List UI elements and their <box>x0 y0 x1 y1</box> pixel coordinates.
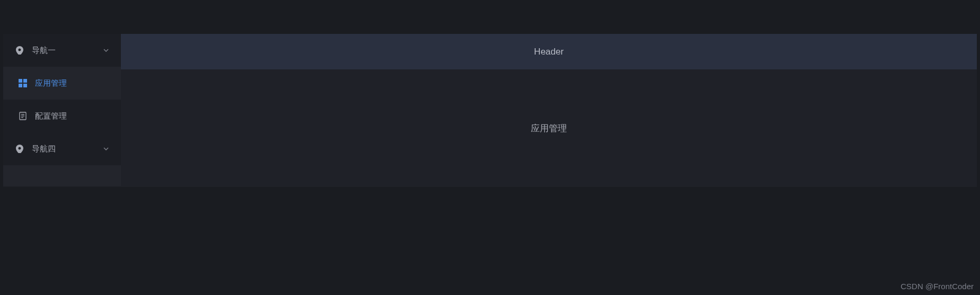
location-icon <box>15 46 24 55</box>
location-icon <box>15 144 24 154</box>
sidebar-item-nav-one[interactable]: 导航一 <box>3 34 121 67</box>
svg-rect-3 <box>23 84 27 87</box>
sidebar-item-label: 导航四 <box>32 144 56 154</box>
chevron-down-icon <box>103 146 109 152</box>
svg-rect-2 <box>19 84 22 87</box>
sidebar-filler <box>3 165 121 186</box>
main-area: Header 应用管理 <box>121 34 977 187</box>
chevron-down-icon <box>103 47 109 53</box>
header-title: Header <box>534 47 564 57</box>
watermark: CSDN @FrontCoder <box>900 282 974 291</box>
sidebar-item-label: 导航一 <box>32 46 56 56</box>
svg-rect-0 <box>19 79 22 83</box>
sidebar: 导航一 应用管理 配置管理 导航四 <box>3 34 121 187</box>
grid-icon <box>18 78 28 88</box>
sidebar-item-config-management[interactable]: 配置管理 <box>3 100 121 132</box>
header: Header <box>121 34 977 69</box>
document-icon <box>18 111 28 121</box>
sidebar-item-nav-four[interactable]: 导航四 <box>3 132 121 165</box>
content-title: 应用管理 <box>531 122 567 135</box>
sidebar-item-app-management[interactable]: 应用管理 <box>3 67 121 100</box>
svg-rect-1 <box>23 79 27 83</box>
sidebar-item-label: 应用管理 <box>35 78 67 88</box>
sidebar-item-label: 配置管理 <box>35 111 67 121</box>
content: 应用管理 <box>121 69 977 187</box>
